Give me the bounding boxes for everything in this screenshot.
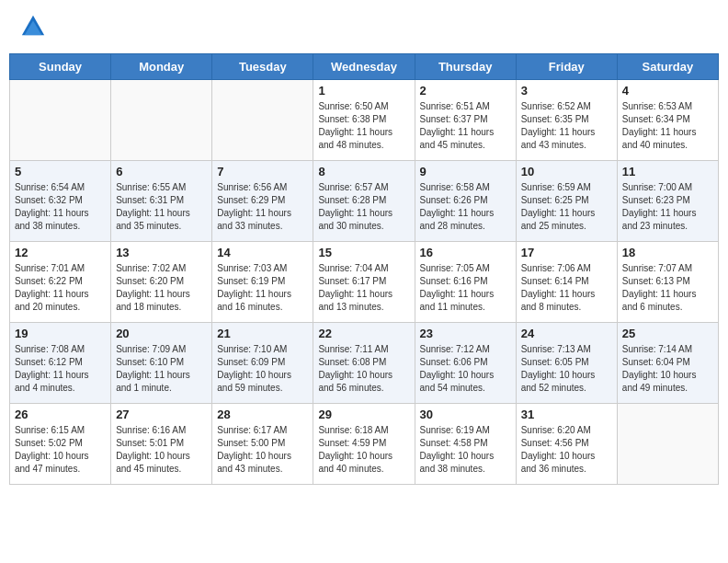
day-number: 1 <box>318 84 409 98</box>
day-info: Sunrise: 6:52 AMSunset: 6:35 PMDaylight:… <box>521 100 612 152</box>
day-number: 19 <box>15 327 106 340</box>
day-info: Sunrise: 7:01 AMSunset: 6:22 PMDaylight:… <box>15 262 106 314</box>
calendar-week-row: 5Sunrise: 6:54 AMSunset: 6:32 PMDaylight… <box>10 161 719 242</box>
calendar-empty-cell <box>617 404 718 485</box>
calendar-day-4: 4Sunrise: 6:53 AMSunset: 6:34 PMDaylight… <box>617 80 718 161</box>
day-info: Sunrise: 7:03 AMSunset: 6:19 PMDaylight:… <box>217 262 308 314</box>
calendar-week-row: 19Sunrise: 7:08 AMSunset: 6:12 PMDayligh… <box>10 323 719 404</box>
day-number: 5 <box>15 165 106 178</box>
calendar-day-28: 28Sunrise: 6:17 AMSunset: 5:00 PMDayligh… <box>212 404 313 485</box>
day-number: 8 <box>318 165 409 178</box>
calendar-day-21: 21Sunrise: 7:10 AMSunset: 6:09 PMDayligh… <box>212 323 313 404</box>
day-number: 16 <box>420 246 511 259</box>
day-number: 3 <box>521 84 612 98</box>
day-number: 20 <box>116 327 207 340</box>
day-number: 12 <box>15 246 106 259</box>
day-info: Sunrise: 6:54 AMSunset: 6:32 PMDaylight:… <box>15 181 106 233</box>
calendar-day-22: 22Sunrise: 7:11 AMSunset: 6:08 PMDayligh… <box>313 323 415 404</box>
calendar-day-1: 1Sunrise: 6:50 AMSunset: 6:38 PMDaylight… <box>313 80 415 161</box>
calendar-week-row: 1Sunrise: 6:50 AMSunset: 6:38 PMDaylight… <box>10 80 719 161</box>
weekday-header-thursday: Thursday <box>415 54 516 80</box>
day-info: Sunrise: 6:57 AMSunset: 6:28 PMDaylight:… <box>318 181 409 233</box>
day-info: Sunrise: 7:13 AMSunset: 6:05 PMDaylight:… <box>521 343 612 395</box>
day-number: 25 <box>622 327 713 340</box>
day-info: Sunrise: 6:51 AMSunset: 6:37 PMDaylight:… <box>420 100 511 152</box>
day-info: Sunrise: 7:11 AMSunset: 6:08 PMDaylight:… <box>318 343 409 395</box>
calendar-day-14: 14Sunrise: 7:03 AMSunset: 6:19 PMDayligh… <box>212 242 313 323</box>
calendar-day-29: 29Sunrise: 6:18 AMSunset: 4:59 PMDayligh… <box>313 404 415 485</box>
calendar-day-2: 2Sunrise: 6:51 AMSunset: 6:37 PMDaylight… <box>415 80 516 161</box>
day-number: 11 <box>622 165 713 178</box>
calendar-day-12: 12Sunrise: 7:01 AMSunset: 6:22 PMDayligh… <box>10 242 111 323</box>
day-info: Sunrise: 6:15 AMSunset: 5:02 PMDaylight:… <box>15 424 106 476</box>
calendar-day-20: 20Sunrise: 7:09 AMSunset: 6:10 PMDayligh… <box>111 323 212 404</box>
day-number: 13 <box>116 246 207 259</box>
day-number: 15 <box>318 246 409 259</box>
logo <box>18 14 48 40</box>
calendar-empty-cell <box>212 80 313 161</box>
weekday-header-monday: Monday <box>111 54 212 80</box>
day-number: 2 <box>420 84 511 98</box>
day-number: 27 <box>116 408 207 421</box>
day-number: 26 <box>15 408 106 421</box>
calendar-day-24: 24Sunrise: 7:13 AMSunset: 6:05 PMDayligh… <box>516 323 617 404</box>
day-info: Sunrise: 7:05 AMSunset: 6:16 PMDaylight:… <box>420 262 511 314</box>
logo-icon <box>20 14 46 40</box>
day-number: 10 <box>521 165 612 178</box>
day-number: 31 <box>521 408 612 421</box>
day-info: Sunrise: 6:18 AMSunset: 4:59 PMDaylight:… <box>318 424 409 476</box>
day-number: 30 <box>420 408 511 421</box>
day-number: 29 <box>318 408 409 421</box>
day-info: Sunrise: 6:59 AMSunset: 6:25 PMDaylight:… <box>521 181 612 233</box>
day-number: 18 <box>622 246 713 259</box>
day-info: Sunrise: 6:58 AMSunset: 6:26 PMDaylight:… <box>420 181 511 233</box>
calendar-day-25: 25Sunrise: 7:14 AMSunset: 6:04 PMDayligh… <box>617 323 718 404</box>
day-info: Sunrise: 7:12 AMSunset: 6:06 PMDaylight:… <box>420 343 511 395</box>
calendar-week-row: 26Sunrise: 6:15 AMSunset: 5:02 PMDayligh… <box>10 404 719 485</box>
day-number: 7 <box>217 165 308 178</box>
calendar-day-30: 30Sunrise: 6:19 AMSunset: 4:58 PMDayligh… <box>415 404 516 485</box>
calendar-day-10: 10Sunrise: 6:59 AMSunset: 6:25 PMDayligh… <box>516 161 617 242</box>
calendar-day-26: 26Sunrise: 6:15 AMSunset: 5:02 PMDayligh… <box>10 404 111 485</box>
day-number: 9 <box>420 165 511 178</box>
day-info: Sunrise: 6:16 AMSunset: 5:01 PMDaylight:… <box>116 424 207 476</box>
calendar-day-16: 16Sunrise: 7:05 AMSunset: 6:16 PMDayligh… <box>415 242 516 323</box>
day-number: 23 <box>420 327 511 340</box>
day-info: Sunrise: 6:17 AMSunset: 5:00 PMDaylight:… <box>217 424 308 476</box>
day-info: Sunrise: 7:06 AMSunset: 6:14 PMDaylight:… <box>521 262 612 314</box>
day-number: 21 <box>217 327 308 340</box>
calendar-day-9: 9Sunrise: 6:58 AMSunset: 6:26 PMDaylight… <box>415 161 516 242</box>
day-number: 22 <box>318 327 409 340</box>
weekday-header-tuesday: Tuesday <box>212 54 313 80</box>
weekday-header-row: SundayMondayTuesdayWednesdayThursdayFrid… <box>10 54 719 80</box>
day-info: Sunrise: 7:00 AMSunset: 6:23 PMDaylight:… <box>622 181 713 233</box>
day-number: 14 <box>217 246 308 259</box>
calendar-day-6: 6Sunrise: 6:55 AMSunset: 6:31 PMDaylight… <box>111 161 212 242</box>
day-info: Sunrise: 6:55 AMSunset: 6:31 PMDaylight:… <box>116 181 207 233</box>
calendar-day-27: 27Sunrise: 6:16 AMSunset: 5:01 PMDayligh… <box>111 404 212 485</box>
weekday-header-friday: Friday <box>516 54 617 80</box>
calendar-day-11: 11Sunrise: 7:00 AMSunset: 6:23 PMDayligh… <box>617 161 718 242</box>
day-info: Sunrise: 7:10 AMSunset: 6:09 PMDaylight:… <box>217 343 308 395</box>
calendar-empty-cell <box>10 80 111 161</box>
calendar-day-7: 7Sunrise: 6:56 AMSunset: 6:29 PMDaylight… <box>212 161 313 242</box>
calendar-day-31: 31Sunrise: 6:20 AMSunset: 4:56 PMDayligh… <box>516 404 617 485</box>
calendar-day-8: 8Sunrise: 6:57 AMSunset: 6:28 PMDaylight… <box>313 161 415 242</box>
day-info: Sunrise: 7:02 AMSunset: 6:20 PMDaylight:… <box>116 262 207 314</box>
calendar-empty-cell <box>111 80 212 161</box>
day-number: 6 <box>116 165 207 178</box>
calendar-day-15: 15Sunrise: 7:04 AMSunset: 6:17 PMDayligh… <box>313 242 415 323</box>
calendar-day-3: 3Sunrise: 6:52 AMSunset: 6:35 PMDaylight… <box>516 80 617 161</box>
day-number: 28 <box>217 408 308 421</box>
day-number: 17 <box>521 246 612 259</box>
day-info: Sunrise: 6:20 AMSunset: 4:56 PMDaylight:… <box>521 424 612 476</box>
day-info: Sunrise: 7:14 AMSunset: 6:04 PMDaylight:… <box>622 343 713 395</box>
weekday-header-sunday: Sunday <box>10 54 111 80</box>
calendar-day-13: 13Sunrise: 7:02 AMSunset: 6:20 PMDayligh… <box>111 242 212 323</box>
weekday-header-saturday: Saturday <box>617 54 718 80</box>
day-info: Sunrise: 6:53 AMSunset: 6:34 PMDaylight:… <box>622 100 713 152</box>
day-info: Sunrise: 6:19 AMSunset: 4:58 PMDaylight:… <box>420 424 511 476</box>
calendar-day-5: 5Sunrise: 6:54 AMSunset: 6:32 PMDaylight… <box>10 161 111 242</box>
calendar-day-17: 17Sunrise: 7:06 AMSunset: 6:14 PMDayligh… <box>516 242 617 323</box>
day-info: Sunrise: 6:50 AMSunset: 6:38 PMDaylight:… <box>318 100 409 152</box>
